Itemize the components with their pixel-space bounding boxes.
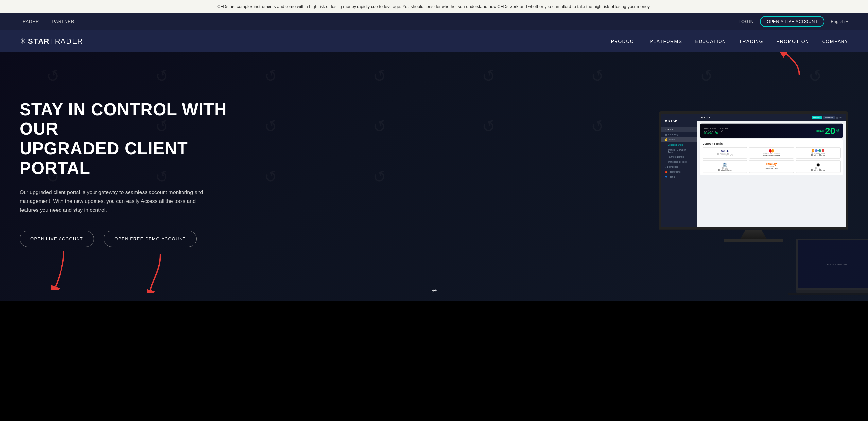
- portal-nav-transfer[interactable]: Transfer Between Accou...: [661, 147, 697, 154]
- payment-local[interactable]: 🏦 $0 min $0 min / $0 max: [703, 160, 747, 172]
- bonus-right: BONUS: 20 %: [816, 126, 839, 135]
- portal-header-title: ★ STAR: [701, 116, 710, 119]
- logo-icon: ✳: [20, 37, 26, 46]
- monitor-stand: [740, 230, 767, 239]
- bonus-text-line2: BONUS UP TO: [704, 130, 728, 132]
- watermark-20: ↺: [322, 140, 437, 213]
- nav-platforms[interactable]: PLATFORMS: [650, 39, 682, 44]
- deposit-section: Deposit Funds VISA $0 PIC / $1.50 min No…: [700, 139, 843, 175]
- hero-buttons: OPEN LIVE ACCOUNT OPEN FREE DEMO ACCOUNT: [20, 231, 242, 247]
- hero-content: STAY IN CONTROL WITH OUR UPGRADED CLIENT…: [20, 100, 242, 247]
- main-nav: ✳ STARTRADER PRODUCT PLATFORMS EDUCATION…: [0, 30, 868, 52]
- chevron-down-icon: ▾: [846, 19, 848, 24]
- downloads-icon: ↓: [664, 165, 666, 168]
- portal-nav-funds[interactable]: 💰 Funds: [661, 137, 697, 142]
- bonus-text-container: 20% CUMULATIVE BONUS UP TO 10,000 USD: [704, 128, 728, 134]
- hero-title-line2: UPGRADED CLIENT PORTAL: [20, 139, 188, 177]
- sticpay-icon: SticPay: [751, 162, 792, 165]
- nav-promotion[interactable]: PROMOTION: [776, 39, 809, 44]
- portal-nav-promotions[interactable]: 🎁 Promotions: [661, 169, 697, 174]
- watermark-13: ↺: [431, 90, 546, 163]
- portal-withdraw-btn[interactable]: Withdraw: [823, 116, 835, 119]
- local-payment-icon: 🏦: [705, 162, 745, 167]
- crypto-icons: ₿: [798, 149, 839, 151]
- portal-nav-deposit[interactable]: Deposit Funds: [661, 142, 697, 147]
- portal-user-info: ▤ EN: [836, 116, 842, 118]
- bottom-star-decoration: ✳: [431, 287, 437, 294]
- profile-icon: 👤: [664, 175, 668, 178]
- portal-header: ★ STAR Deposit Withdraw ▤ EN: [697, 114, 846, 121]
- portal-sidebar-logo: ★ STAR: [661, 116, 697, 125]
- laptop-container: ★ STARTRADER: [796, 238, 868, 294]
- portal-sidebar: ★ STAR ⌂ Home ▦ Summary 💰 Funds Deposit …: [661, 114, 697, 227]
- portal-nav-summary[interactable]: ▦ Summary: [661, 132, 697, 137]
- payment-crypto[interactable]: ₿ Cryptocurrency $0 min / $0 max: [796, 147, 840, 159]
- bonus-text-line1: 20% CUMULATIVE: [704, 128, 728, 130]
- nav-trading[interactable]: TRADING: [739, 39, 763, 44]
- portal-header-controls: Deposit Withdraw ▤ EN: [812, 116, 842, 119]
- logo-star: STAR: [28, 37, 50, 45]
- open-account-button[interactable]: OPEN A LIVE ACCOUNT: [760, 16, 824, 27]
- local-limits: $0 min / $0 max: [705, 169, 745, 171]
- hero-title-line1: STAY IN CONTROL WITH OUR: [20, 100, 227, 139]
- top-nav-right: LOGIN OPEN A LIVE ACCOUNT English ▾: [739, 16, 848, 27]
- live-account-arrow-annotation: [51, 251, 77, 291]
- portal-nav-profile[interactable]: 👤 Profile: [661, 174, 697, 179]
- portal-nav-home[interactable]: ⌂ Home: [661, 127, 697, 132]
- watermark-12: ↺: [322, 90, 437, 163]
- payment-visa[interactable]: VISA $0 PIC / $1.50 min No transaction l…: [703, 147, 747, 159]
- watermark-6: ↺: [540, 52, 654, 112]
- bonus-label: BONUS:: [816, 130, 824, 132]
- mastercard-icon: [751, 149, 792, 152]
- open-live-account-button[interactable]: OPEN LIVE ACCOUNT: [20, 231, 94, 247]
- payment-mastercard[interactable]: $0 PIC / $1.50 min No transaction limit: [749, 147, 794, 159]
- logo[interactable]: ✳ STARTRADER: [20, 37, 84, 46]
- warning-bar: CFDs are complex instruments and come wi…: [0, 0, 868, 13]
- trader-link[interactable]: TRADER: [20, 19, 39, 24]
- bonus-limit-text: 10,000 USD: [704, 132, 728, 134]
- sticpay-limits: $0 min / $0 max: [751, 167, 792, 169]
- language-selector[interactable]: English ▾: [831, 19, 848, 24]
- visa-icon: VISA: [705, 149, 745, 152]
- laptop-base: [788, 293, 868, 294]
- demo-account-arrow-svg: [147, 254, 173, 293]
- laptop-logo: ★ STARTRADER: [827, 263, 847, 266]
- nav-company[interactable]: COMPANY: [822, 39, 848, 44]
- portal-logo-star-icon: ★: [664, 119, 668, 122]
- watermark-7: ↺: [649, 52, 763, 112]
- other-payment-icon: ◉: [798, 162, 839, 167]
- company-arrow-annotation: [767, 52, 806, 80]
- bonus-banner: 20% CUMULATIVE BONUS UP TO 10,000 USD BO…: [700, 123, 843, 138]
- visa-limits: No transaction limit: [705, 155, 745, 157]
- hero-title: STAY IN CONTROL WITH OUR UPGRADED CLIENT…: [20, 100, 242, 178]
- mastercard-limits: No transaction limit: [751, 154, 792, 156]
- payment-other[interactable]: ◉ $0 min $0 min / $0 max: [796, 160, 840, 172]
- portal-nav-partners[interactable]: Partners Bonus: [661, 154, 697, 159]
- portal-nav-transactions[interactable]: Transaction History: [661, 159, 697, 164]
- hero-subtitle: Our upgraded client portal is your gatew…: [20, 188, 209, 215]
- payment-grid: VISA $0 PIC / $1.50 min No transaction l…: [703, 147, 840, 172]
- top-nav: TRADER PARTNER LOGIN OPEN A LIVE ACCOUNT…: [0, 13, 868, 30]
- crypto-limits: $0 min / $0 max: [798, 153, 839, 156]
- watermark-14: ↺: [540, 90, 654, 163]
- watermark-5: ↺: [431, 52, 546, 112]
- nav-product[interactable]: PRODUCT: [611, 39, 637, 44]
- home-icon: ⌂: [664, 128, 666, 130]
- portal-main: ★ STAR Deposit Withdraw ▤ EN 20% CUMULAT…: [697, 114, 846, 227]
- laptop-body: [796, 290, 868, 293]
- funds-icon: 💰: [664, 138, 668, 141]
- company-arrow-svg: [767, 52, 806, 79]
- star-icon: ✳: [431, 287, 437, 294]
- hero-section: ↺ ↺ ↺ ↺ ↺ ↺ ↺ ↺ ↺ ↺ ↺ ↺ ↺ ↺ ↺ ↺ ↺ ↺ ↺ ↺ …: [0, 52, 868, 301]
- top-nav-left: TRADER PARTNER: [20, 19, 74, 24]
- watermark-4: ↺: [322, 52, 437, 112]
- open-demo-account-button[interactable]: OPEN FREE DEMO ACCOUNT: [104, 231, 196, 247]
- monitor-base: [724, 239, 783, 242]
- portal-nav-downloads[interactable]: ↓ Downloads: [661, 164, 697, 169]
- nav-education[interactable]: EDUCATION: [695, 39, 726, 44]
- payment-sticpay[interactable]: SticPay $0 min $0 min / $0 max: [749, 160, 794, 172]
- login-link[interactable]: LOGIN: [739, 19, 753, 24]
- portal-deposit-btn[interactable]: Deposit: [812, 116, 822, 119]
- live-account-arrow-svg: [51, 251, 77, 290]
- partner-link[interactable]: PARTNER: [52, 19, 74, 24]
